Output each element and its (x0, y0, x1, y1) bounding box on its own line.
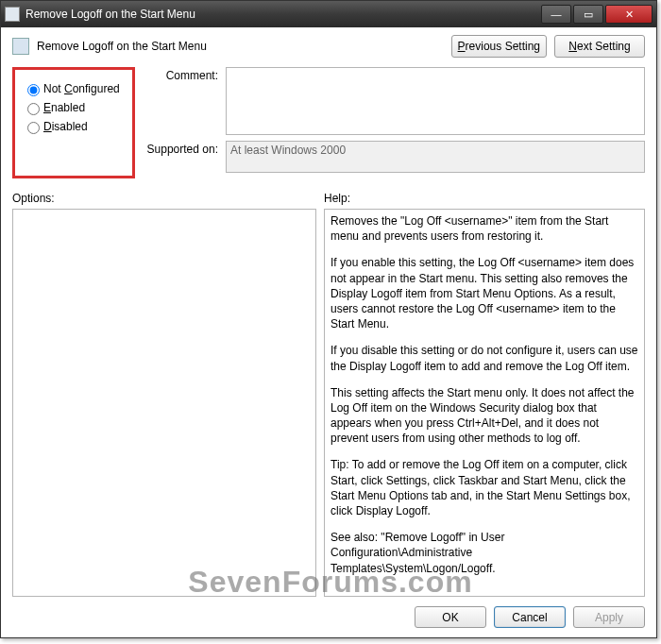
radio-enabled-input[interactable] (27, 103, 40, 115)
comment-row: Comment: (144, 67, 645, 135)
supported-label: Supported on: (144, 141, 226, 173)
help-paragraph: This setting affects the Start menu only… (330, 385, 638, 447)
apply-button[interactable]: Apply (573, 606, 645, 628)
setting-title: Remove Logoff on the Start Menu (37, 40, 444, 53)
options-label: Options: (12, 192, 324, 205)
gpo-setting-dialog: Remove Logoff on the Start Menu — ▭ ✕ Re… (0, 0, 657, 638)
next-setting-button[interactable]: Next Setting (554, 35, 645, 58)
help-label: Help: (324, 192, 350, 205)
minimize-button[interactable]: — (541, 5, 571, 24)
setting-icon (12, 38, 29, 55)
comment-textarea[interactable] (226, 67, 645, 135)
maximize-button[interactable]: ▭ (573, 5, 603, 24)
supported-row: Supported on: At least Windows 2000 (144, 141, 645, 173)
options-panel (12, 209, 316, 597)
comment-label: Comment: (144, 67, 226, 135)
help-paragraph: Removes the "Log Off <username>" item fr… (330, 213, 638, 244)
prev-label-rest: revious Setting (466, 40, 540, 53)
app-icon (5, 7, 20, 22)
radio-not-configured-input[interactable] (27, 84, 40, 96)
header-row: Remove Logoff on the Start Menu Previous… (12, 35, 645, 58)
supported-on-value: At least Windows 2000 (226, 141, 645, 173)
radio-not-configured[interactable]: Not Configured (23, 81, 121, 96)
cancel-button[interactable]: Cancel (494, 606, 566, 628)
help-panel: Removes the "Log Off <username>" item fr… (324, 209, 645, 597)
help-paragraph: If you enable this setting, the Log Off … (330, 255, 638, 331)
panels: Removes the "Log Off <username>" item fr… (12, 209, 645, 597)
dialog-body: Remove Logoff on the Start Menu Previous… (1, 27, 656, 637)
ok-button[interactable]: OK (415, 606, 486, 628)
close-button[interactable]: ✕ (605, 5, 653, 24)
radio-disabled-input[interactable] (27, 122, 40, 134)
dialog-footer: OK Cancel Apply (12, 597, 645, 628)
help-paragraph: See also: "Remove Logoff" in User Config… (330, 530, 638, 576)
radio-disabled[interactable]: Disabled (23, 119, 121, 134)
config-area: Not Configured Enabled Disabled Comment: (12, 67, 645, 178)
metadata-column: Comment: Supported on: At least Windows … (144, 67, 645, 178)
state-radio-group: Not Configured Enabled Disabled (12, 67, 135, 178)
help-paragraph: Tip: To add or remove the Log Off item o… (330, 457, 638, 518)
window-controls: — ▭ ✕ (539, 5, 653, 24)
titlebar[interactable]: Remove Logoff on the Start Menu — ▭ ✕ (1, 1, 656, 27)
window-title: Remove Logoff on the Start Menu (25, 8, 539, 21)
help-paragraph: If you disable this setting or do not co… (330, 343, 638, 373)
previous-setting-button[interactable]: Previous Setting (451, 35, 547, 58)
next-label-rest: ext Setting (577, 40, 631, 53)
section-labels: Options: Help: (12, 192, 645, 205)
radio-enabled[interactable]: Enabled (23, 100, 121, 115)
